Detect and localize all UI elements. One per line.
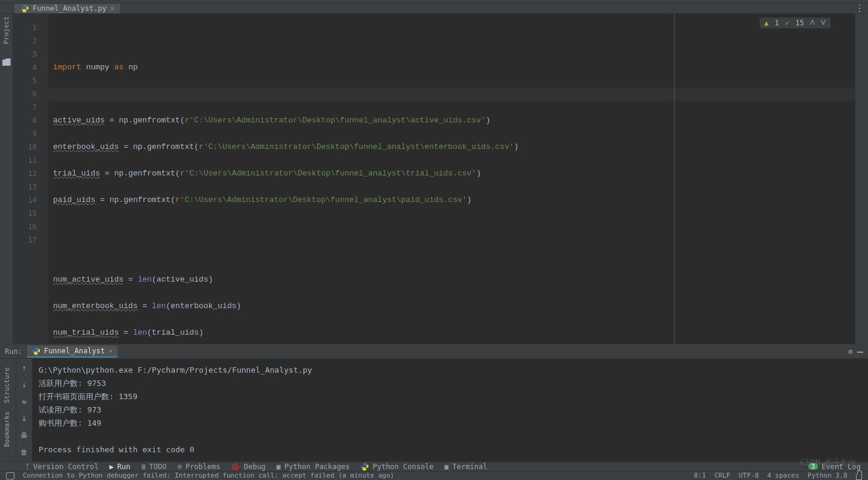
tab-file[interactable]: Funnel_Analyst.py × xyxy=(14,4,121,13)
status-bar: Connection to Python debugger failed: In… xyxy=(0,471,868,480)
tab-close-icon[interactable]: × xyxy=(110,4,115,13)
gear-icon[interactable]: ⚙ xyxy=(848,347,852,356)
python-console-button[interactable]: Python Console xyxy=(360,463,433,471)
bottom-tool-bar: ᛉ Version Control ▶ Run ≣ TODO ⊘ Problem… xyxy=(0,461,868,471)
folder-icon[interactable] xyxy=(2,58,11,66)
line-separator[interactable]: CRLF xyxy=(714,472,731,479)
scroll-end-icon[interactable]: ⤓ xyxy=(19,413,30,424)
run-tool-window: Run: Funnel_Analyst × ⚙ — ▶ 🔧 ◧ ◫ 📌 ↑ xyxy=(0,344,868,461)
debug-button[interactable]: 🐞 Debug xyxy=(231,463,265,471)
tab-options-icon[interactable]: ⋮ xyxy=(855,4,864,13)
project-tool-button[interactable]: Project xyxy=(2,16,10,44)
watermark-text: CSDN @冯太少 xyxy=(800,457,856,468)
checkmark-icon: ✔ xyxy=(785,19,789,27)
line-gutter: 1234567891011121314151617 xyxy=(13,14,48,344)
hide-panel-icon[interactable]: — xyxy=(857,346,863,357)
status-message: Connection to Python debugger failed: In… xyxy=(23,472,394,479)
print-icon[interactable]: 🖶 xyxy=(19,430,30,441)
soft-wrap-icon[interactable]: ⇆ xyxy=(19,396,30,407)
inspection-widget[interactable]: ▲1 ✔15 ᐱ ᐯ xyxy=(760,17,831,28)
python-packages-button[interactable]: ▣ Python Packages xyxy=(277,463,350,471)
run-toolbar-secondary: ↑ ↓ ⇆ ⤓ 🖶 🗑 xyxy=(16,359,33,461)
file-encoding[interactable]: UTF-8 xyxy=(739,472,759,479)
code-editor[interactable]: 1234567891011121314151617 import numpy a… xyxy=(13,14,855,344)
run-label: Run: xyxy=(5,347,22,356)
terminal-button[interactable]: ▣ Terminal xyxy=(444,463,487,471)
lock-icon[interactable] xyxy=(856,474,862,480)
chevron-up-icon[interactable]: ᐱ xyxy=(810,19,815,27)
todo-button[interactable]: ≣ TODO xyxy=(141,463,166,471)
caret-position[interactable]: 8:1 xyxy=(694,472,706,479)
up-stack-icon[interactable]: ↑ xyxy=(19,362,30,373)
bookmarks-tool-button[interactable]: Bookmarks xyxy=(3,411,11,447)
problems-button[interactable]: ⊘ Problems xyxy=(177,463,220,471)
run-console[interactable]: G:\Python\python.exe F:/Pycharm/Projects… xyxy=(33,359,868,461)
notifications-icon[interactable] xyxy=(6,472,14,479)
run-tab-close-icon[interactable]: × xyxy=(108,347,113,355)
right-tool-rail xyxy=(855,14,868,344)
python-file-icon xyxy=(20,4,29,13)
version-control-button[interactable]: ᛉ Version Control xyxy=(25,463,98,471)
warning-icon: ▲ xyxy=(764,19,769,27)
run-tab[interactable]: Funnel_Analyst × xyxy=(27,346,118,358)
clear-icon[interactable]: 🗑 xyxy=(19,447,30,458)
left-tool-rail: Project xyxy=(0,14,13,344)
run-button[interactable]: ▶ Run xyxy=(109,463,130,471)
interpreter[interactable]: Python 3.8 xyxy=(808,472,848,479)
left-bottom-rail: Structure Bookmarks xyxy=(0,364,13,451)
chevron-down-icon[interactable]: ᐯ xyxy=(821,19,826,27)
tab-filename: Funnel_Analyst.py xyxy=(33,4,107,13)
python-file-icon xyxy=(32,347,40,355)
indent-setting[interactable]: 4 spaces xyxy=(767,472,799,479)
structure-tool-button[interactable]: Structure xyxy=(3,367,11,403)
down-stack-icon[interactable]: ↓ xyxy=(19,379,30,390)
editor-tabs: Funnel_Analyst.py × ⋮ xyxy=(0,4,868,14)
